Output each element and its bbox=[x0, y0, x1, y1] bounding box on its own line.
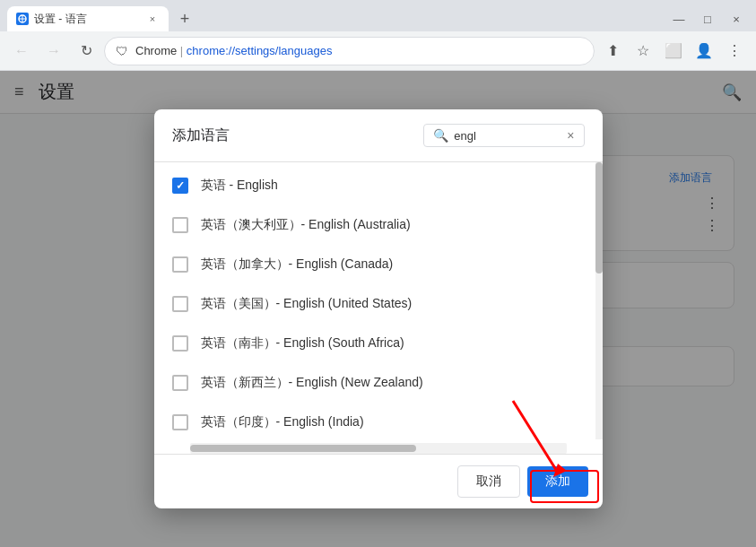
lang-checkbox[interactable] bbox=[172, 335, 188, 352]
toolbar-actions: ⬆ ☆ ⬜ 👤 ⋮ bbox=[598, 37, 749, 65]
dialog-footer: 取消 添加 bbox=[154, 454, 603, 508]
add-language-dialog: 添加语言 🔍 × 英语 - English英语（澳大利亚）- English (… bbox=[154, 109, 603, 508]
lang-name: 英语（印度）- English (India) bbox=[201, 414, 364, 430]
tab-title: 设置 - 语言 bbox=[34, 12, 140, 27]
dialog-search-box[interactable]: 🔍 × bbox=[423, 124, 584, 147]
browser-window: 设置 - 语言 × + — □ × ← → ↻ 🛡 Chrome | chrom… bbox=[0, 0, 756, 547]
share-button[interactable]: ⬆ bbox=[598, 37, 627, 65]
menu-button[interactable]: ⋮ bbox=[720, 37, 749, 65]
scrollbar-thumb bbox=[595, 162, 603, 274]
h-scrollbar-container bbox=[154, 439, 603, 454]
dialog-header: 添加语言 🔍 × bbox=[154, 109, 603, 154]
dialog-search-input[interactable] bbox=[454, 129, 561, 143]
bookmark-button[interactable]: ☆ bbox=[629, 37, 657, 65]
lang-checkbox[interactable] bbox=[172, 178, 188, 194]
lang-item[interactable]: 英语（美国）- English (United States) bbox=[154, 284, 603, 324]
lang-name: 英语（美国）- English (United States) bbox=[201, 296, 413, 312]
tab-favicon bbox=[16, 13, 29, 25]
close-button[interactable]: × bbox=[724, 10, 749, 28]
window-controls: — □ × bbox=[666, 10, 749, 31]
active-tab[interactable]: 设置 - 语言 × bbox=[7, 6, 169, 31]
dialog-title: 添加语言 bbox=[172, 126, 230, 145]
page-content: ≡ 设置 🔍 首选语言 网站会尽可... 添加语言 1. bbox=[0, 71, 756, 547]
refresh-button[interactable]: ↻ bbox=[72, 37, 100, 65]
lang-name: 英语 - English bbox=[201, 178, 278, 194]
lang-name: 英语（加拿大）- English (Canada) bbox=[201, 256, 394, 273]
lang-checkbox[interactable] bbox=[172, 296, 188, 312]
scrollbar-track bbox=[595, 162, 603, 439]
dialog-search-clear-icon[interactable]: × bbox=[567, 128, 574, 143]
minimize-button[interactable]: — bbox=[666, 10, 691, 28]
lang-item[interactable]: 英语（印度）- English (India) bbox=[154, 403, 603, 439]
dialog-search-icon: 🔍 bbox=[433, 128, 448, 143]
toolbar: ← → ↻ 🛡 Chrome | chrome://settings/langu… bbox=[0, 31, 756, 71]
lang-name: 英语（澳大利亚）- English (Australia) bbox=[201, 217, 411, 233]
lang-name: 英语（新西兰）- English (New Zealand) bbox=[201, 375, 423, 391]
forward-button[interactable]: → bbox=[39, 37, 68, 65]
sidebar-button[interactable]: ⬜ bbox=[659, 37, 688, 65]
lang-item[interactable]: 英语 - English bbox=[154, 166, 603, 205]
cancel-button[interactable]: 取消 bbox=[457, 465, 520, 498]
title-bar: 设置 - 语言 × + — □ × bbox=[0, 0, 756, 31]
address-bar[interactable]: 🛡 Chrome | chrome://settings/languages bbox=[104, 37, 595, 65]
h-scrollbar-thumb bbox=[190, 445, 416, 452]
language-list: 英语 - English英语（澳大利亚）- English (Australia… bbox=[154, 161, 603, 439]
lang-checkbox[interactable] bbox=[172, 256, 188, 273]
new-tab-button[interactable]: + bbox=[172, 6, 197, 31]
lang-item[interactable]: 英语（新西兰）- English (New Zealand) bbox=[154, 363, 603, 403]
security-icon: 🛡 bbox=[116, 44, 128, 58]
lang-item[interactable]: 英语（南非）- English (South Africa) bbox=[154, 324, 603, 363]
url-text: Chrome | chrome://settings/languages bbox=[135, 44, 583, 57]
h-scrollbar bbox=[190, 443, 567, 454]
lang-name: 英语（南非）- English (South Africa) bbox=[201, 335, 404, 352]
tab-close-button[interactable]: × bbox=[145, 12, 160, 26]
lang-checkbox[interactable] bbox=[172, 217, 188, 233]
add-button[interactable]: 添加 bbox=[527, 466, 588, 497]
modal-overlay: 添加语言 🔍 × 英语 - English英语（澳大利亚）- English (… bbox=[0, 71, 756, 547]
maximize-button[interactable]: □ bbox=[695, 10, 720, 28]
lang-item[interactable]: 英语（加拿大）- English (Canada) bbox=[154, 245, 603, 284]
profile-button[interactable]: 👤 bbox=[690, 37, 718, 65]
back-button[interactable]: ← bbox=[7, 37, 36, 65]
lang-checkbox[interactable] bbox=[172, 414, 188, 430]
lang-checkbox[interactable] bbox=[172, 375, 188, 391]
lang-item[interactable]: 英语（澳大利亚）- English (Australia) bbox=[154, 205, 603, 245]
